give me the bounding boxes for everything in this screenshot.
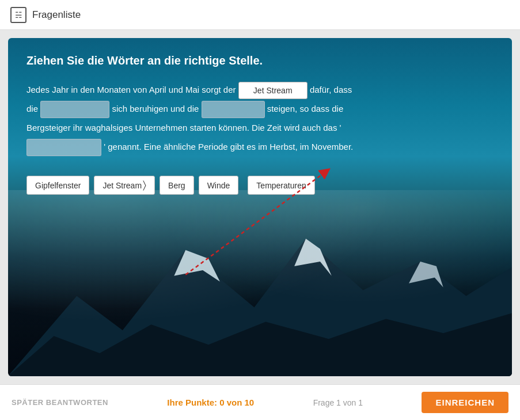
drop-zone-3[interactable] xyxy=(202,101,265,118)
points-display: Ihre Punkte: 0 von 10 xyxy=(167,398,254,407)
question-title: Ziehen Sie die Wörter an die richtige St… xyxy=(26,54,494,67)
question-card: Ziehen Sie die Wörter an die richtige St… xyxy=(8,38,512,376)
main-content: Ziehen Sie die Wörter an die richtige St… xyxy=(0,30,520,384)
text-part7: ' genannt. Eine ähnliche Periode gibt es… xyxy=(104,142,353,152)
page-title: Fragenliste xyxy=(32,9,81,21)
question-text: Jedes Jahr in den Monaten von April und … xyxy=(26,80,494,156)
drag-word-gipfelfenster[interactable]: Gipfelfenster xyxy=(26,176,89,195)
drag-words-area: Gipfelfenster Jet Stream 〉 Berg Winde Te… xyxy=(8,170,512,195)
card-body: Ziehen Sie die Wörter an die richtige St… xyxy=(8,38,512,170)
drop-zone-4[interactable] xyxy=(26,139,101,156)
submit-button[interactable]: EINREICHEN xyxy=(422,392,508,413)
skip-button[interactable]: SPÄTER BEANTWORTEN xyxy=(12,398,108,407)
text-part1: Jedes Jahr in den Monaten von April und … xyxy=(26,85,236,94)
cursor-icon: 〉 xyxy=(143,179,146,191)
drag-word-jetstream[interactable]: Jet Stream 〉 xyxy=(94,176,155,195)
drop-zone-2[interactable] xyxy=(40,101,109,118)
drag-word-winde[interactable]: Winde xyxy=(199,176,239,195)
text-part3: die xyxy=(26,104,38,113)
drag-word-berg[interactable]: Berg xyxy=(160,176,194,195)
text-part2: dafür, dass xyxy=(310,85,352,94)
list-icon: ☵ xyxy=(10,7,26,23)
footer: SPÄTER BEANTWORTEN Ihre Punkte: 0 von 10… xyxy=(0,384,520,420)
text-part4: sich beruhigen und die xyxy=(112,104,199,113)
header: ☵ Fragenliste xyxy=(0,0,520,30)
text-part6: Bergsteiger ihr waghalsiges Unternehmen … xyxy=(26,123,341,133)
text-part5: steigen, so dass die xyxy=(267,104,344,113)
mountain-background xyxy=(8,190,512,376)
drag-word-temperaturen[interactable]: Temperaturen xyxy=(248,176,314,195)
page-indicator: Frage 1 von 1 xyxy=(313,398,363,407)
drop-zone-1[interactable]: Jet Stream xyxy=(238,82,308,99)
